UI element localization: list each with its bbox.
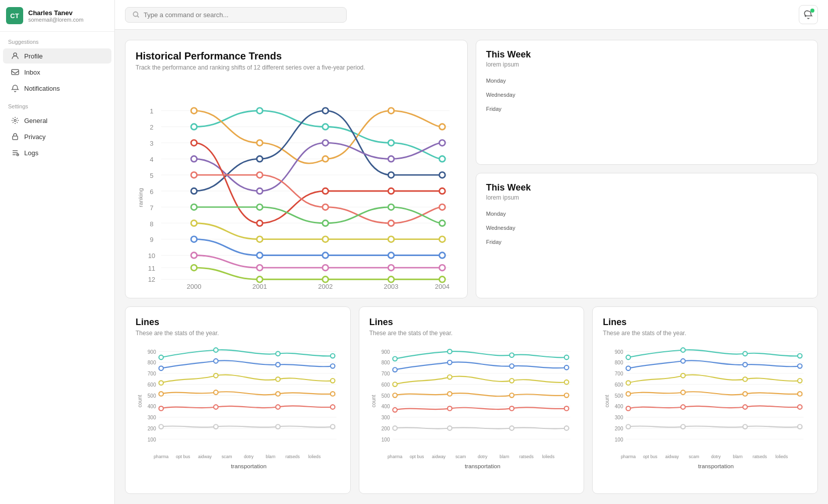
svg-text:500: 500 [615, 393, 623, 398]
general-icon [11, 116, 19, 124]
svg-text:pharma: pharma [621, 454, 636, 459]
svg-point-222 [626, 381, 631, 385]
svg-text:11: 11 [148, 265, 155, 272]
week-card-1-subtitle: lorem ipsum [486, 61, 808, 68]
lines-card-3: Lines These are the stats of the year. 9… [592, 306, 818, 494]
svg-text:800: 800 [381, 360, 390, 365]
svg-point-215 [681, 348, 685, 352]
svg-point-110 [159, 355, 163, 359]
sidebar-item-privacy[interactable]: Privacy [3, 129, 111, 144]
svg-text:opt bus: opt bus [410, 454, 424, 459]
sidebar-item-inbox-label: Inbox [24, 69, 40, 76]
week-card-2-title: This Week [486, 182, 808, 193]
svg-point-84 [388, 265, 394, 271]
search-bar[interactable] [125, 7, 347, 23]
svg-point-69 [388, 204, 394, 210]
sidebar-item-profile[interactable]: Profile [3, 48, 111, 64]
svg-text:2001: 2001 [252, 283, 267, 289]
svg-point-167 [448, 360, 452, 365]
svg-point-176 [509, 393, 514, 398]
svg-point-130 [159, 424, 163, 429]
svg-text:900: 900 [148, 349, 156, 354]
heatmap-2-friday: Friday [486, 237, 516, 246]
svg-point-221 [798, 364, 802, 368]
svg-point-175 [448, 392, 452, 396]
svg-text:transportation: transportation [231, 463, 267, 469]
svg-point-122 [159, 392, 163, 396]
svg-point-111 [214, 348, 218, 352]
svg-text:ratseds: ratseds [285, 454, 300, 459]
heatmap-1: Monday Wednesday Friday (function(){ var… [486, 75, 808, 118]
week-cards-col: This Week lorem ipsum Monday Wednesday F… [476, 40, 818, 298]
svg-text:400: 400 [148, 404, 156, 409]
svg-point-117 [331, 364, 335, 368]
sidebar-item-privacy-label: Privacy [24, 133, 46, 141]
svg-point-233 [798, 405, 802, 409]
svg-point-162 [393, 356, 397, 361]
svg-text:aidway: aidway [432, 454, 446, 459]
svg-point-182 [393, 426, 397, 430]
svg-point-87 [257, 277, 263, 283]
lines-card-2-subtitle: These are the stats of the year. [369, 330, 574, 337]
heatmap-1-monday: Monday [486, 76, 516, 85]
svg-point-46 [191, 188, 197, 194]
inbox-icon [11, 68, 19, 76]
svg-point-218 [626, 366, 631, 370]
notification-bell-button[interactable] [799, 5, 818, 24]
svg-text:dotry: dotry [244, 454, 254, 459]
svg-point-83 [323, 265, 329, 271]
heatmap-2-wednesday: Wednesday [486, 223, 516, 232]
svg-point-38 [323, 124, 329, 130]
svg-text:8: 8 [150, 220, 153, 228]
suggestions-label: Suggestions [0, 32, 114, 48]
lines-card-1-subtitle: These are the stats of the year. [136, 330, 340, 337]
sidebar-item-logs[interactable]: Logs [3, 145, 111, 160]
svg-point-224 [743, 377, 747, 382]
svg-text:600: 600 [615, 382, 623, 388]
svg-point-81 [191, 253, 197, 259]
svg-point-58 [323, 188, 329, 194]
svg-point-72 [257, 236, 263, 242]
svg-text:lolieds: lolieds [542, 454, 554, 459]
svg-text:800: 800 [148, 360, 156, 365]
svg-point-36 [191, 124, 197, 130]
sidebar: CT Charles Tanev somemail@lorem.com Sugg… [0, 0, 115, 504]
svg-point-219 [681, 359, 685, 363]
svg-point-229 [798, 392, 802, 396]
sidebar-item-inbox[interactable]: Inbox [3, 65, 111, 80]
sidebar-item-notifications[interactable]: Notifications [3, 81, 111, 96]
svg-text:800: 800 [615, 360, 623, 365]
svg-point-49 [388, 172, 394, 178]
svg-text:500: 500 [148, 393, 156, 398]
svg-point-71 [191, 220, 197, 226]
search-input[interactable] [144, 11, 339, 19]
svg-text:200: 200 [381, 426, 390, 431]
heatmap-2-grid: (function(){ var colors = ['#4dc8b4','#e… [520, 208, 807, 249]
svg-point-66 [191, 204, 197, 210]
lines-card-3-subtitle: These are the stats of the year. [603, 330, 807, 337]
svg-text:count: count [370, 395, 376, 407]
svg-text:pharma: pharma [154, 454, 169, 459]
privacy-icon [11, 133, 19, 141]
svg-text:ratseds: ratseds [519, 454, 534, 459]
svg-point-228 [743, 392, 747, 396]
topbar [115, 0, 828, 30]
avatar: CT [6, 7, 23, 24]
svg-point-57 [257, 220, 263, 226]
heatmap-1-grid: (function(){ var colors = ['#4dc8b4','#e… [520, 75, 807, 116]
svg-text:600: 600 [381, 382, 390, 388]
user-profile-section[interactable]: CT Charles Tanev somemail@lorem.com [0, 0, 114, 32]
svg-point-45 [439, 124, 445, 130]
sidebar-item-general[interactable]: General [3, 113, 111, 128]
lines-card-1: Lines These are the stats of the year. 9… [125, 306, 351, 494]
svg-point-234 [626, 424, 631, 429]
svg-point-231 [681, 405, 685, 409]
svg-point-85 [439, 265, 445, 271]
svg-text:scam: scam [222, 454, 232, 459]
user-email: somemail@lorem.com [28, 17, 84, 23]
svg-point-56 [191, 140, 197, 146]
svg-point-237 [798, 424, 802, 429]
svg-point-118 [159, 381, 163, 385]
svg-point-60 [439, 188, 445, 194]
svg-point-41 [191, 108, 197, 114]
